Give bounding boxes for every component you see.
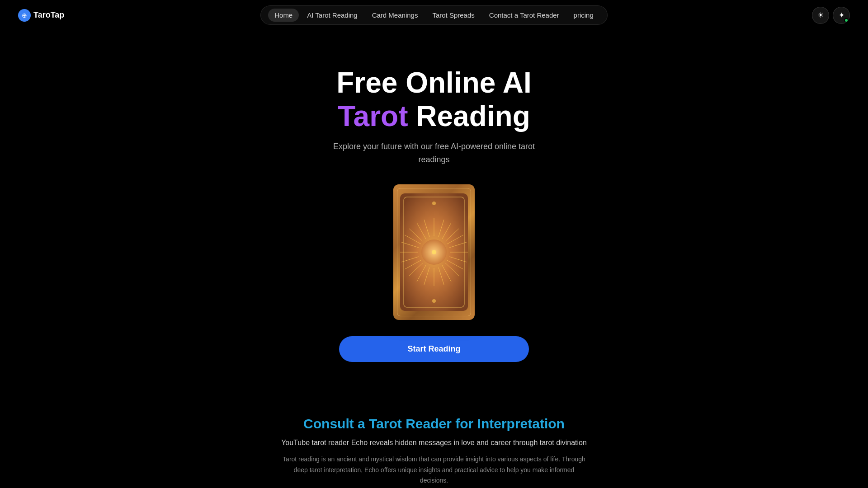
tarot-card-svg: [400, 193, 468, 311]
magic-button[interactable]: ✦: [833, 7, 850, 24]
nav-actions: ☀ ✦: [812, 7, 850, 24]
status-dot: [844, 18, 849, 23]
hero-section: Free Online AI Tarot Reading Explore you…: [0, 30, 868, 362]
hero-title: Free Online AI Tarot Reading: [336, 66, 532, 133]
nav-item-contact-tarot-reader[interactable]: Contact a Tarot Reader: [483, 9, 566, 22]
hero-title-line1: Free Online AI: [336, 66, 532, 100]
sparkle-icon: ✦: [839, 11, 844, 19]
tarot-card: [393, 184, 475, 320]
logo-text: TaroTap: [33, 10, 64, 20]
start-reading-button[interactable]: Start Reading: [339, 336, 529, 362]
hero-title-tarot: Tarot: [338, 100, 408, 132]
nav-links: Home AI Tarot Reading Card Meanings Taro…: [260, 5, 608, 25]
logo[interactable]: ⊕ TaroTap: [18, 9, 64, 22]
hero-subtitle: Explore your future with our free AI-pow…: [321, 140, 547, 166]
consult-section: Consult a Tarot Reader for Interpretatio…: [0, 416, 868, 488]
hero-title-line2: Tarot Reading: [336, 100, 532, 133]
nav-item-home[interactable]: Home: [268, 9, 299, 22]
theme-toggle-button[interactable]: ☀: [812, 7, 829, 24]
hero-title-reading: Reading: [408, 100, 530, 132]
sun-icon: ☀: [817, 11, 824, 19]
consult-description: Tarot reading is an ancient and mystical…: [280, 454, 588, 486]
navbar: ⊕ TaroTap Home AI Tarot Reading Card Mea…: [0, 0, 868, 30]
logo-icon: ⊕: [18, 9, 31, 22]
svg-point-27: [432, 250, 436, 254]
svg-point-28: [432, 202, 436, 205]
nav-item-ai-tarot-reading[interactable]: AI Tarot Reading: [301, 9, 363, 22]
nav-item-pricing[interactable]: pricing: [567, 9, 600, 22]
logo-symbol: ⊕: [22, 12, 27, 19]
tarot-card-container: [393, 184, 475, 320]
nav-item-card-meanings[interactable]: Card Meanings: [366, 9, 425, 22]
nav-item-tarot-spreads[interactable]: Tarot Spreads: [426, 9, 481, 22]
consult-title: Consult a Tarot Reader for Interpretatio…: [303, 416, 565, 432]
consult-subtitle: YouTube tarot reader Echo reveals hidden…: [281, 439, 587, 447]
tarot-card-inner: [393, 184, 475, 320]
svg-point-29: [432, 299, 436, 303]
